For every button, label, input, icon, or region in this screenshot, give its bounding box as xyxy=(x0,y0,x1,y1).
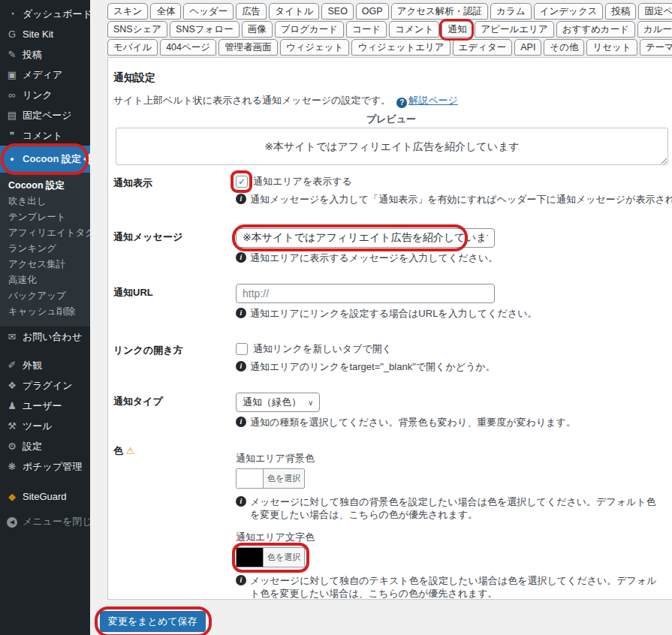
sidebar-item-label: 外観 xyxy=(23,359,42,372)
sidebar-item-users[interactable]: ♟ユーザー xyxy=(0,396,90,416)
section-description: サイト上部ベルト状に表示される通知メッセージの設定です。?解説ページ xyxy=(113,94,672,108)
tab-コード[interactable]: コード xyxy=(346,21,387,38)
sidebar-item-plugins[interactable]: ❖プラグイン xyxy=(0,375,90,396)
submenu-item[interactable]: 高速化 xyxy=(0,272,90,288)
submenu-item[interactable]: アフィリエイトタグ xyxy=(0,225,90,241)
notice-display-checkbox[interactable]: ✓ xyxy=(236,176,248,188)
setting-label: 色 ⚠ xyxy=(113,442,236,600)
text-color-swatch xyxy=(237,548,264,567)
dashboard-icon: ◔ xyxy=(5,8,19,20)
sidebar-item-comments[interactable]: ❞コメント xyxy=(0,125,90,146)
tab-固定ページ[interactable]: 固定ページ xyxy=(638,3,672,20)
text-color-picker-button[interactable]: 色を選択 xyxy=(236,547,305,567)
annotation-notification-tab xyxy=(439,19,474,41)
tab-おすすめカード[interactable]: おすすめカード xyxy=(556,21,635,38)
brush-icon: ✐ xyxy=(5,360,19,371)
submenu-item[interactable]: ランキング xyxy=(0,241,90,257)
tab-モバイル[interactable]: モバイル xyxy=(107,39,158,56)
submenu-item[interactable]: バックアップ xyxy=(0,288,90,304)
tab-404ページ[interactable]: 404ページ xyxy=(160,39,216,56)
tab-OGP[interactable]: OGP xyxy=(356,3,389,20)
info-line: i 通知エリアに表示するメッセージを入力してください。 xyxy=(236,251,498,264)
tab-その他[interactable]: その他 xyxy=(544,39,584,56)
tab-アピールエリア[interactable]: アピールエリア xyxy=(475,21,553,38)
text-color-label: 通知エリア文字色 xyxy=(236,531,660,544)
sidebar-item-siteguard[interactable]: ◆SiteGuard xyxy=(0,486,90,507)
sidebar-item-dashboard[interactable]: ◔ダッシュボード xyxy=(0,4,90,24)
tab-管理者画面[interactable]: 管理者画面 xyxy=(218,39,278,56)
info-text: メッセージに対して独自のテキスト色を設定したい場合は色を選択してください。デフォ… xyxy=(250,574,660,600)
sidebar-item-settings[interactable]: ⚙設定 xyxy=(0,436,90,456)
sidebar-item-label: ツール xyxy=(23,420,53,433)
notice-message-input[interactable] xyxy=(236,228,495,248)
tab-SNSフォロー[interactable]: SNSフォロー xyxy=(170,21,240,38)
tab-アクセス解析・認証[interactable]: アクセス解析・認証 xyxy=(391,3,489,20)
tab-リセット[interactable]: リセット xyxy=(586,39,637,56)
sidebar-item-label: リンク xyxy=(23,89,53,102)
input-wrap xyxy=(236,228,495,248)
sidebar-item-posts[interactable]: ✎投稿 xyxy=(0,44,90,65)
sidebar-item-cocoon-settings[interactable]: ●Cocoon 設定 xyxy=(0,146,90,173)
tab-インデックス[interactable]: インデックス xyxy=(534,3,604,20)
submenu-item[interactable]: キャッシュ削除 xyxy=(0,304,90,320)
notice-url-input[interactable] xyxy=(236,284,495,303)
tab-カルーセル[interactable]: カルーセル xyxy=(637,21,672,38)
tab-SEO[interactable]: SEO xyxy=(321,3,353,20)
sidebar-item-tools[interactable]: ⚒ツール xyxy=(0,416,90,436)
sidebar-item-site-kit[interactable]: GSite Kit xyxy=(0,24,90,44)
tab-投稿[interactable]: 投稿 xyxy=(605,3,636,20)
sidebar-item-appearance[interactable]: ✐外観 xyxy=(0,355,90,375)
tab-ウィジェットエリア[interactable]: ウィジェットエリア xyxy=(351,39,450,56)
tab-テーマ情報[interactable]: テーマ情報 xyxy=(640,39,672,56)
notice-type-select[interactable]: 通知（緑色） ∨ xyxy=(236,393,320,412)
tab-タイトル[interactable]: タイトル xyxy=(269,3,319,20)
submenu-item[interactable]: テンプレート xyxy=(0,209,90,225)
setting-row-notice-type: 通知タイプ 通知（緑色） ∨ i 通知の種類を選択してください。背景色も変わり、… xyxy=(113,393,672,429)
submenu-item[interactable]: アクセス集計 xyxy=(0,257,90,272)
help-page-link[interactable]: 解説ページ xyxy=(408,95,458,106)
sidebar-item-label: 投稿 xyxy=(23,48,42,62)
submenu-item[interactable]: Cocoon 設定 xyxy=(0,178,90,194)
bg-color-label: 通知エリア背景色 xyxy=(236,452,660,465)
link-target-checkbox[interactable] xyxy=(236,343,248,355)
info-icon: i xyxy=(236,575,246,585)
sidebar-item-contact[interactable]: ✉お問い合わせ xyxy=(0,327,90,347)
tab-通知[interactable]: 通知 xyxy=(441,21,472,38)
bg-color-picker-label: 色を選択 xyxy=(264,469,304,488)
warning-icon: ⚠ xyxy=(126,445,135,456)
page-title: 通知設定 xyxy=(113,71,672,85)
tab-ウィジェット[interactable]: ウィジェット xyxy=(280,39,350,56)
tab-SNSシェア[interactable]: SNSシェア xyxy=(107,21,167,38)
bg-color-picker-button[interactable]: 色を選択 xyxy=(236,468,305,489)
sidebar-item-label: お問い合わせ xyxy=(23,330,82,344)
sidebar-item-collapse[interactable]: ◀メニューを閉じる xyxy=(0,511,90,531)
tab-スキン[interactable]: スキン xyxy=(107,3,148,20)
link-icon: ∞ xyxy=(5,89,19,101)
info-text: 通知エリアのリンクをtarget="_blank"で開くかどうか。 xyxy=(250,360,496,373)
sidebar-item-pochipp[interactable]: ❋ポチップ管理 xyxy=(0,456,90,477)
text-color-picker-label: 色を選択 xyxy=(264,548,304,567)
sidebar-item-pages[interactable]: ▤固定ページ xyxy=(0,105,90,125)
tab-ヘッダー[interactable]: ヘッダー xyxy=(183,3,234,20)
tab-コメント[interactable]: コメント xyxy=(389,21,439,38)
notice-preview-textarea[interactable]: ※本サイトではアフィリエイト広告を紹介しています xyxy=(116,128,668,165)
sidebar-item-label: ポチップ管理 xyxy=(23,460,82,474)
tab-画像[interactable]: 画像 xyxy=(242,21,273,38)
tab-広告[interactable]: 広告 xyxy=(236,3,267,20)
sidebar-item-label: SiteGuard xyxy=(23,491,67,502)
notification-settings-panel: 通知設定 サイト上部ベルト状に表示される通知メッセージの設定です。?解説ページ … xyxy=(107,57,672,600)
tab-ブログカード[interactable]: ブログカード xyxy=(275,21,344,38)
sidebar-item-links[interactable]: ∞リンク xyxy=(0,85,90,105)
tab-API[interactable]: API xyxy=(514,39,541,56)
tab-カラム[interactable]: カラム xyxy=(490,3,531,20)
sidebar-item-media[interactable]: ▣メディア xyxy=(0,65,90,85)
paw-icon: ❋ xyxy=(5,461,19,472)
tab-エディター[interactable]: エディター xyxy=(453,39,513,56)
save-button[interactable]: 変更をまとめて保存 xyxy=(100,611,206,632)
help-icon: ? xyxy=(396,98,407,108)
tab-全体[interactable]: 全体 xyxy=(150,3,181,20)
sidebar-item-label: ダッシュボード xyxy=(23,8,92,21)
submenu-item[interactable]: 吹き出し xyxy=(0,194,90,209)
bg-color-swatch xyxy=(237,469,264,488)
info-line: i 通知エリアにリンクを設定する場合はURLを入力してください。 xyxy=(236,307,538,320)
